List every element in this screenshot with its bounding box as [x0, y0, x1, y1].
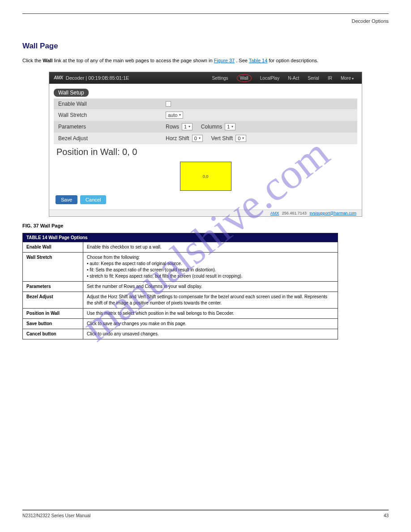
nav-more[interactable]: More — [341, 76, 354, 81]
table-row: Position in WallUse this matrix to selec… — [23, 308, 338, 318]
option-desc: Set the number of Rows and Columns in yo… — [83, 281, 338, 292]
intro-p1: Click the — [22, 58, 43, 63]
option-name: Position in Wall — [23, 308, 83, 318]
footer-email-link[interactable]: svsisupport@harman.com — [309, 211, 356, 215]
nav-serial[interactable]: Serial — [308, 76, 319, 81]
footer-page-number: 43 — [384, 513, 389, 518]
position-in-wall: Position in Wall: 0, 0 — [54, 144, 357, 162]
vert-shift-label: Vert Shift — [211, 135, 233, 142]
intro-p3: . See — [236, 58, 249, 63]
intro-p2: link at the top of any of the main web p… — [54, 58, 214, 63]
option-desc: Click to undo any unsaved changes. — [83, 329, 338, 339]
wall-word: Wall — [43, 58, 52, 63]
columns-select[interactable]: 1 — [225, 123, 235, 130]
row-parameters: Parameters Rows 1 Columns 1 — [54, 121, 357, 133]
header-section: Decoder Options — [22, 18, 389, 24]
screenshot-footer: AMX 256.461.7143 svsisupport@harman.com — [49, 210, 362, 216]
option-desc: Use this matrix to select which position… — [83, 308, 338, 318]
page-footer: N2312/N2322 Series User Manual 43 — [22, 510, 389, 518]
nav-settings[interactable]: Settings — [212, 76, 228, 81]
footer-amx-link[interactable]: AMX — [270, 211, 279, 215]
horz-shift-label: Horz Shift — [166, 135, 189, 142]
option-name: Wall Stretch — [23, 252, 83, 281]
figure-link[interactable]: Figure 37 — [214, 58, 235, 63]
top-nav: Settings Wall LocalPlay N-Act Serial IR … — [208, 75, 357, 81]
top-rule — [22, 13, 389, 14]
section-title: Wall Page — [22, 42, 389, 51]
window-topbar: AMX Decoder | 00:19:0B:85:01:1E Settings… — [49, 72, 362, 84]
embedded-screenshot: AMX Decoder | 00:19:0B:85:01:1E Settings… — [49, 72, 362, 217]
table-row: Enable WallEnable this checkbox to set u… — [23, 242, 338, 252]
wall-stretch-select[interactable]: auto — [166, 112, 183, 119]
option-name: Parameters — [23, 281, 83, 292]
nav-ir[interactable]: IR — [328, 76, 332, 81]
nav-localplay[interactable]: LocalPlay — [260, 76, 279, 81]
footer-doc-title: N2312/N2322 Series User Manual — [22, 513, 384, 518]
nav-nact[interactable]: N-Act — [288, 76, 299, 81]
enable-wall-checkbox[interactable] — [166, 101, 171, 107]
table-row: Cancel buttonClick to undo any unsaved c… — [23, 329, 338, 339]
vert-shift-select[interactable]: 0 — [235, 135, 246, 142]
panel-body: Wall Setup Enable Wall Wall Stretch auto… — [49, 84, 362, 210]
rows-label: Rows — [166, 124, 179, 130]
table-row: Wall StretchChoose from the following: •… — [23, 252, 338, 281]
options-table: TABLE 14 Wall Page Options Enable WallEn… — [22, 233, 338, 339]
intro-text: Click the Wall link at the top of any of… — [22, 57, 389, 64]
row-bezel: Bezel Adjust Horz Shift 0 Vert Shift 0 — [54, 133, 357, 144]
figure-caption: FIG. 37 Wall Page — [22, 223, 389, 228]
label-bezel: Bezel Adjust — [58, 135, 166, 142]
option-desc: Enable this checkbox to set up a wall. — [83, 242, 338, 252]
columns-label: Columns — [201, 124, 222, 130]
intro-p4: for option descriptions. — [269, 58, 318, 63]
footer-phone: 256.461.7143 — [282, 211, 307, 215]
table-link[interactable]: Table 14 — [249, 58, 268, 63]
table-header: TABLE 14 Wall Page Options — [23, 233, 338, 242]
option-desc: Choose from the following: • auto: Keeps… — [83, 252, 338, 281]
option-desc: Adjust the Horz Shift and Vert Shift set… — [83, 292, 338, 308]
option-name: Cancel button — [23, 329, 83, 339]
horz-shift-select[interactable]: 0 — [192, 135, 203, 142]
save-button[interactable]: Save — [56, 195, 77, 204]
wall-setup-badge: Wall Setup — [54, 89, 89, 97]
option-name: Save button — [23, 318, 83, 329]
wall-position-cell[interactable]: 0,0 — [180, 162, 231, 191]
table-row: ParametersSet the number of Rows and Col… — [23, 281, 338, 292]
rows-select[interactable]: 1 — [182, 123, 193, 130]
label-parameters: Parameters — [58, 124, 166, 130]
row-wall-stretch: Wall Stretch auto — [54, 109, 357, 121]
row-enable-wall: Enable Wall — [54, 99, 357, 109]
option-desc: Click to save any changes you make on th… — [83, 318, 338, 329]
amx-logo: AMX — [54, 75, 63, 80]
device-title: Decoder | 00:19:0B:85:01:1E — [66, 75, 129, 81]
option-name: Enable Wall — [23, 242, 83, 252]
label-enable-wall: Enable Wall — [58, 101, 166, 107]
table-row: Save buttonClick to save any changes you… — [23, 318, 338, 329]
label-wall-stretch: Wall Stretch — [58, 112, 166, 118]
cancel-button[interactable]: Cancel — [80, 195, 106, 204]
option-name: Bezel Adjust — [23, 292, 83, 308]
table-row: Bezel AdjustAdjust the Horz Shift and Ve… — [23, 292, 338, 308]
nav-wall[interactable]: Wall — [237, 74, 252, 82]
